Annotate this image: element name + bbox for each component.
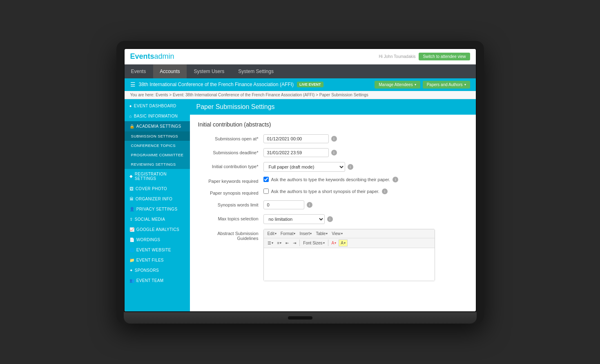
star-icon: ✦ <box>129 268 133 273</box>
submissions-deadline-label: Submissions deadline* <box>198 148 263 155</box>
lock-icon: 🔒 <box>129 124 134 129</box>
manage-attendees-button[interactable]: Manage Attendees ▾ <box>375 81 420 89</box>
share-icon: ⇪ <box>129 217 133 222</box>
event-title: 38th International Conference of the Fre… <box>139 82 294 87</box>
info-icon-keywords[interactable]: i <box>393 177 398 182</box>
sidebar-item-google-analytics[interactable]: 📈 GOOGLE ANALYTICS <box>125 224 190 235</box>
nav-events[interactable]: Events <box>125 64 153 78</box>
chart-icon: 📈 <box>129 227 134 232</box>
main-nav: Events Accounts System Users System Sett… <box>125 64 476 78</box>
sidebar-item-event-team[interactable]: 👥 EVENT TEAM <box>125 275 190 286</box>
submissions-deadline-input[interactable] <box>263 148 329 157</box>
top-bar: Eventsadmin Hi John Toumadakis Switch to… <box>125 49 476 64</box>
circle-icon: ● <box>129 104 132 108</box>
diamond-icon: ◆ <box>129 174 133 178</box>
paper-keywords-text: Ask the authors to type the keywords des… <box>271 177 390 182</box>
paper-keywords-label: Paper keywords required <box>198 177 263 184</box>
info-icon-synopsis[interactable]: i <box>382 189 388 194</box>
sidebar-item-cover-photo[interactable]: 🖼 COVER PHOTO <box>125 184 190 194</box>
switch-view-button[interactable]: Switch to attendee view <box>419 53 470 60</box>
sidebar-item-reviewing-settings[interactable]: REVIEWING SETTINGS <box>125 160 190 169</box>
sidebar-item-basic-information[interactable]: ⌂ BASIC INFORMATION <box>125 111 190 121</box>
paper-keywords-checkbox[interactable] <box>263 177 269 182</box>
sidebar-item-event-website[interactable]: 🌐 EVENT WEBSITE <box>125 245 190 255</box>
info-icon-open[interactable]: i <box>331 136 337 142</box>
paper-synopsis-label: Paper synopsis required <box>198 189 263 195</box>
event-bar: ☰ 38th International Conference of the F… <box>125 78 476 91</box>
list-ordered-button[interactable]: ≡ ▾ <box>276 240 283 246</box>
sidebar-item-academia-settings[interactable]: 🔒 ACADEMIA SETTINGS <box>125 121 190 131</box>
max-topics-select[interactable]: no limitation 123 <box>263 214 325 224</box>
format-menu-button[interactable]: Format ▾ <box>279 231 297 237</box>
sidebar-item-privacy-settings[interactable]: 👤 PRIVACY SETTINGS <box>125 204 190 214</box>
form-group-max-topics: Max topics selection no limitation 123 i <box>198 214 468 224</box>
info-icon-deadline[interactable]: i <box>331 150 337 155</box>
toolbar-separator <box>299 240 300 246</box>
chevron-down-icon: ▾ <box>415 83 416 87</box>
sidebar: ● EVENT DASHBOARD ⌂ BASIC INFORMATION 🔒 … <box>125 99 190 311</box>
sidebar-item-programme-committee[interactable]: PROGRAMME COMMITTEE <box>125 150 190 160</box>
form-group-synopsis-words: Synopsis words limit i <box>198 200 468 209</box>
file-icon: 📄 <box>129 237 134 242</box>
indent-right-button[interactable]: ⇥ <box>291 240 298 246</box>
form-group-submissions-open: Submissions open at* i <box>198 134 468 143</box>
papers-authors-button[interactable]: Papers and Authors ▾ <box>423 81 470 89</box>
main-panel: Paper Submission Settings Initial contri… <box>190 99 476 311</box>
highlight-button[interactable]: A ▾ <box>339 240 348 246</box>
contribution-type-select[interactable]: Full paper (draft mode) Abstract only Fu… <box>263 162 345 172</box>
app-logo: Eventsadmin <box>130 52 174 61</box>
synopsis-words-label: Synopsis words limit <box>198 200 263 207</box>
sidebar-item-wordings[interactable]: 📄 WORDINGS <box>125 235 190 245</box>
file2-icon: 📁 <box>129 258 134 262</box>
font-color-button[interactable]: A ▾ <box>330 240 338 246</box>
insert-menu-button[interactable]: Insert ▾ <box>298 231 313 237</box>
sidebar-item-sponsors[interactable]: ✦ SPONSORS <box>125 265 190 275</box>
view-menu-button[interactable]: View ▾ <box>330 231 344 237</box>
submissions-open-label: Submissions open at* <box>198 134 263 141</box>
list-unordered-button[interactable]: ☰ ▾ <box>266 240 275 246</box>
paper-synopsis-text: Ask the authors to type a short synopsis… <box>271 189 379 194</box>
font-sizes-button[interactable]: Font Sizes ▾ <box>301 240 326 246</box>
section-heading: Initial contribution (abstracts) <box>198 121 468 128</box>
form-group-abstract-guidelines: Abstract Submission Guidelines Edit ▾ Fo… <box>198 229 468 281</box>
form-group-paper-synopsis: Paper synopsis required Ask the authors … <box>198 189 468 195</box>
user-info: Hi John Toumadakis <box>379 54 416 59</box>
user-icon: 👤 <box>129 207 134 211</box>
sidebar-item-social-media[interactable]: ⇪ SOCIAL MEDIA <box>125 214 190 224</box>
info-icon-max-topics[interactable]: i <box>327 216 333 222</box>
indent-left-button[interactable]: ⇤ <box>284 240 290 246</box>
editor-toolbar2: ☰ ▾ ≡ ▾ ⇤ ⇥ Font Sizes ▾ A ▾ A ▾ <box>264 238 435 248</box>
form-group-submissions-deadline: Submissions deadline* i <box>198 148 468 157</box>
building-icon: 🏛 <box>129 197 134 201</box>
sidebar-item-event-files[interactable]: 📁 EVENT FILES <box>125 255 190 265</box>
sidebar-item-conference-topics[interactable]: CONFERENCE TOPICS <box>125 141 190 150</box>
editor-toolbar: Edit ▾ Format ▾ Insert ▾ Table ▾ View ▾ <box>264 229 435 238</box>
form-group-contribution-type: Initial contribution type* Full paper (d… <box>198 162 468 172</box>
editor-content[interactable] <box>264 248 435 281</box>
nav-system-settings[interactable]: System Settings <box>232 64 280 78</box>
laptop-notch <box>288 316 312 320</box>
sidebar-item-event-dashboard[interactable]: ● EVENT DASHBOARD <box>125 101 190 111</box>
nav-accounts[interactable]: Accounts <box>153 64 186 78</box>
editor-wrap: Edit ▾ Format ▾ Insert ▾ Table ▾ View ▾ … <box>263 229 435 281</box>
breadcrumb: You are here: Events > Event: 38th Inter… <box>125 91 476 99</box>
live-badge: LIVE EVENT <box>297 82 323 87</box>
sidebar-item-registration-settings[interactable]: ◆ REGISTRATION SETTINGS <box>125 169 190 184</box>
synopsis-words-input[interactable] <box>263 200 304 209</box>
edit-menu-button[interactable]: Edit ▾ <box>266 231 278 237</box>
sidebar-item-submission-settings[interactable]: SUBMISSION SETTINGS <box>125 131 190 141</box>
hamburger-icon[interactable]: ☰ <box>130 81 136 88</box>
table-menu-button[interactable]: Table ▾ <box>314 231 329 237</box>
nav-system-users[interactable]: System Users <box>187 64 231 78</box>
panel-title: Paper Submission Settings <box>190 99 476 115</box>
info-icon-synopsis-words[interactable]: i <box>307 202 312 208</box>
globe-icon: 🌐 <box>129 248 134 252</box>
paper-synopsis-checkbox[interactable] <box>263 189 269 194</box>
contribution-type-label: Initial contribution type* <box>198 162 263 169</box>
submissions-open-input[interactable] <box>263 134 329 143</box>
sidebar-item-organizer-info[interactable]: 🏛 ORGANIZER INFO <box>125 194 190 204</box>
chevron-down-icon2: ▾ <box>464 83 466 87</box>
max-topics-label: Max topics selection <box>198 214 263 221</box>
form-group-paper-keywords: Paper keywords required Ask the authors … <box>198 177 468 184</box>
info-icon-contribution[interactable]: i <box>348 164 353 170</box>
